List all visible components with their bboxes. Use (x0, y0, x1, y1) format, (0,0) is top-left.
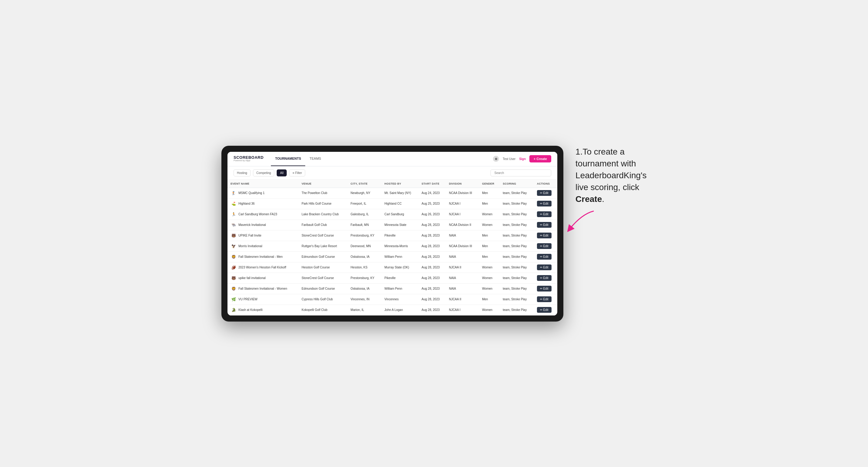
edit-button[interactable]: ✏ Edit (537, 243, 552, 249)
edit-button[interactable]: ✏ Edit (537, 264, 552, 270)
event-name-text: Maverick Invitational (239, 223, 266, 226)
cell-hosted-by: Pikeville (381, 273, 418, 283)
cell-venue: The Powelton Club (299, 188, 347, 198)
nav-tabs: TOURNAMENTS TEAMS (271, 152, 325, 166)
competing-filter-btn[interactable]: Competing (253, 169, 274, 177)
filter-button[interactable]: ≡ Filter (289, 169, 305, 177)
table-row: 🏌️ MSMC Qualifying 1 The Powelton Club N… (227, 188, 557, 198)
search-input[interactable] (491, 169, 551, 177)
arrow-icon (563, 208, 600, 232)
event-icon: 🌿 (230, 297, 237, 303)
cell-actions: ✏ Edit (534, 188, 557, 198)
cell-event-name: 🐻 upike fall invitational (227, 273, 299, 283)
edit-button[interactable]: ✏ Edit (537, 286, 552, 291)
cell-scoring: team, Stroke Play (500, 251, 534, 262)
cell-venue: StoneCrest Golf Course (299, 230, 347, 241)
event-name-text: upike fall invitational (239, 276, 266, 280)
cell-city-state: Marion, IL (347, 305, 381, 315)
cell-venue: Park Hills Golf Course (299, 198, 347, 209)
search-area (491, 169, 551, 177)
table-row: ⛳ Highland 36 Park Hills Golf Course Fre… (227, 198, 557, 209)
cell-start-date: Aug 28, 2023 (418, 241, 446, 251)
cell-scoring: team, Stroke Play (500, 305, 534, 315)
event-icon: 🏃 (230, 211, 237, 217)
cell-gender: Men (479, 294, 500, 305)
edit-button[interactable]: ✏ Edit (537, 201, 552, 207)
cell-gender: Women (479, 262, 500, 273)
cell-start-date: Aug 28, 2023 (418, 262, 446, 273)
table-row: 🦁 Fall Statesmen Invitational - Women Ed… (227, 283, 557, 294)
cell-start-date: Aug 28, 2023 (418, 230, 446, 241)
cell-city-state: Prestonsburg, KY (347, 230, 381, 241)
edit-button[interactable]: ✏ Edit (537, 211, 552, 217)
cell-division: NAIA (446, 251, 479, 262)
cell-actions: ✏ Edit (534, 251, 557, 262)
tournament-table: EVENT NAME VENUE CITY, STATE HOSTED BY S… (227, 180, 557, 315)
all-filter-btn[interactable]: All (277, 169, 287, 177)
cell-start-date: Aug 24, 2023 (418, 188, 446, 198)
cell-division: NJCAA I (446, 305, 479, 315)
cell-scoring: team, Stroke Play (500, 209, 534, 220)
edit-button[interactable]: ✏ Edit (537, 297, 552, 302)
cell-hosted-by: Minnesota State (381, 220, 418, 230)
cell-venue: Cypress Hills Golf Club (299, 294, 347, 305)
cell-scoring: team, Stroke Play (500, 198, 534, 209)
cell-actions: ✏ Edit (534, 230, 557, 241)
cell-city-state: Oskaloosa, IA (347, 283, 381, 294)
event-name-text: UPIKE Fall Invite (239, 234, 261, 237)
cell-actions: ✏ Edit (534, 294, 557, 305)
edit-button[interactable]: ✏ Edit (537, 307, 552, 313)
edit-button[interactable]: ✏ Edit (537, 275, 552, 281)
cell-scoring: team, Stroke Play (500, 230, 534, 241)
edit-button[interactable]: ✏ Edit (537, 190, 552, 196)
cell-division: NJCAA II (446, 262, 479, 273)
create-bold: Create (576, 194, 602, 204)
tab-teams[interactable]: TEAMS (305, 152, 325, 166)
cell-start-date: Aug 28, 2023 (418, 273, 446, 283)
col-division: DIVISION (446, 180, 479, 188)
cell-hosted-by: Murray State (OK) (381, 262, 418, 273)
cell-city-state: Freeport, IL (347, 198, 381, 209)
cell-gender: Men (479, 230, 500, 241)
create-button[interactable]: + Create (529, 155, 551, 162)
cell-start-date: Aug 26, 2023 (418, 209, 446, 220)
cell-scoring: team, Stroke Play (500, 188, 534, 198)
cell-hosted-by: Minnesota-Morris (381, 241, 418, 251)
cell-city-state: Hesston, KS (347, 262, 381, 273)
col-city-state: CITY, STATE (347, 180, 381, 188)
cell-actions: ✏ Edit (534, 198, 557, 209)
table-header: EVENT NAME VENUE CITY, STATE HOSTED BY S… (227, 180, 557, 188)
cell-scoring: team, Stroke Play (500, 262, 534, 273)
cell-scoring: team, Stroke Play (500, 294, 534, 305)
cell-gender: Men (479, 241, 500, 251)
event-icon: 🏈 (230, 264, 237, 271)
col-start-date: START DATE (418, 180, 446, 188)
cell-city-state: Prestonsburg, KY (347, 273, 381, 283)
settings-icon[interactable]: ⚙ (493, 156, 499, 162)
event-name-text: Morris Invitational (239, 244, 262, 248)
cell-start-date: Aug 28, 2023 (418, 294, 446, 305)
table-row: 🏈 2023 Women's Hesston Fall Kickoff Hess… (227, 262, 557, 273)
tablet-frame: SCOREBOARD Powered by clippr TOURNAMENTS… (221, 146, 563, 321)
tab-tournaments[interactable]: TOURNAMENTS (271, 152, 305, 166)
edit-button[interactable]: ✏ Edit (537, 222, 552, 228)
nav-signin[interactable]: Sign (519, 157, 526, 161)
cell-start-date: Aug 28, 2023 (418, 283, 446, 294)
edit-button[interactable]: ✏ Edit (537, 254, 552, 260)
hosting-filter-btn[interactable]: Hosting (234, 169, 251, 177)
cell-city-state: Oskaloosa, IA (347, 251, 381, 262)
table-row: 🌿 VU PREVIEW Cypress Hills Golf Club Vin… (227, 294, 557, 305)
cell-venue: StoneCrest Golf Course (299, 273, 347, 283)
cell-venue: Edmundson Golf Course (299, 283, 347, 294)
event-name-text: Carl Sandburg Women FA23 (239, 213, 277, 216)
edit-button[interactable]: ✏ Edit (537, 232, 552, 238)
cell-city-state: Newburgh, NY (347, 188, 381, 198)
table-row: 🐊 Klash at Kokopelli Kokopelli Golf Club… (227, 305, 557, 315)
cell-actions: ✏ Edit (534, 273, 557, 283)
arrow-area (576, 208, 647, 232)
event-icon: 🦁 (230, 286, 237, 292)
annotation: 1.To create a tournament with Leaderboar… (576, 146, 647, 205)
logo-text: SCOREBOARD (234, 155, 264, 159)
table-row: 🏃 Carl Sandburg Women FA23 Lake Bracken … (227, 209, 557, 220)
logo-area: SCOREBOARD Powered by clippr (234, 155, 264, 162)
